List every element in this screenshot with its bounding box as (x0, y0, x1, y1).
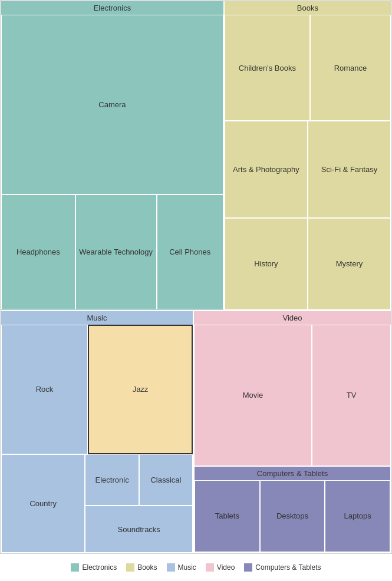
history-label: History (254, 259, 278, 268)
legend-books-label: Books (137, 563, 157, 572)
movie-cell[interactable]: Movie (194, 325, 312, 466)
soundtracks-cell[interactable]: Soundtracks (85, 506, 193, 553)
computers-items: Tablets Desktops Laptops (195, 480, 390, 552)
books-block: Books Children's Books Romance Arts & Ph… (224, 1, 391, 311)
computers-title: Computers & Tablets (195, 467, 390, 480)
row2: Music Rock Jazz Country Electronic (1, 311, 391, 553)
cellphones-label: Cell Phones (169, 247, 210, 256)
laptops-cell[interactable]: Laptops (325, 480, 390, 552)
books-row2: Arts & Photography Sci-Fi & Fantasy (225, 121, 391, 218)
tv-cell[interactable]: TV (312, 325, 391, 466)
books-row3: History Mystery (225, 218, 391, 310)
wearable-label: Wearable Technology (79, 247, 153, 256)
treemap-container: Electronics Camera Headphones Wearable T… (0, 0, 392, 554)
childrens-books-label: Children's Books (239, 64, 296, 72)
camera-label: Camera (98, 100, 126, 109)
classical-cell[interactable]: Classical (139, 454, 193, 506)
books-row1: Children's Books Romance (225, 15, 391, 121)
mystery-cell[interactable]: Mystery (308, 218, 391, 310)
country-label: Country (29, 499, 57, 508)
wearable-cell[interactable]: Wearable Technology (75, 194, 157, 309)
row1: Electronics Camera Headphones Wearable T… (1, 1, 391, 311)
legend-music: Music (167, 563, 196, 572)
legend-books: Books (126, 563, 157, 572)
legend-music-label: Music (178, 563, 196, 572)
legend-video-label: Video (217, 563, 235, 572)
tablets-label: Tablets (215, 511, 239, 520)
jazz-cell[interactable]: Jazz (88, 325, 193, 454)
jazz-label: Jazz (133, 385, 149, 394)
laptops-label: Laptops (344, 511, 371, 520)
video-top: Movie TV (194, 325, 391, 466)
childrens-books-cell[interactable]: Children's Books (225, 15, 310, 121)
music-middle-row: Electronic Classical (85, 454, 193, 506)
country-cell[interactable]: Country (1, 454, 85, 553)
electronics-bottom: Headphones Wearable Technology Cell Phon… (1, 194, 223, 309)
legend-books-color (126, 563, 134, 572)
desktops-label: Desktops (276, 511, 308, 520)
rock-cell[interactable]: Rock (1, 325, 88, 454)
mystery-label: Mystery (336, 259, 363, 268)
arts-label: Arts & Photography (233, 165, 299, 174)
romance-cell[interactable]: Romance (310, 15, 391, 121)
books-title: Books (225, 1, 391, 15)
scifi-cell[interactable]: Sci-Fi & Fantasy (308, 121, 391, 218)
legend-computers-color (244, 563, 252, 572)
music-block: Music Rock Jazz Country Electronic (1, 311, 193, 553)
scifi-label: Sci-Fi & Fantasy (321, 165, 377, 174)
camera-cell[interactable]: Camera (1, 15, 223, 194)
soundtracks-label: Soundtracks (118, 525, 160, 534)
romance-label: Romance (334, 64, 367, 72)
legend-video-color (206, 563, 214, 572)
legend-computers: Computers & Tablets (244, 563, 321, 572)
headphones-label: Headphones (17, 247, 60, 256)
computers-block: Computers & Tablets Tablets Desktops Lap… (194, 466, 391, 553)
legend-video: Video (206, 563, 235, 572)
music-bottom: Country Electronic Classical Soundtracks (1, 454, 193, 553)
classical-label: Classical (150, 476, 181, 484)
cellphones-cell[interactable]: Cell Phones (157, 194, 223, 309)
desktops-cell[interactable]: Desktops (260, 480, 325, 552)
history-cell[interactable]: History (225, 218, 308, 310)
legend-electronics-color (71, 563, 79, 572)
rock-label: Rock (36, 385, 54, 394)
arts-cell[interactable]: Arts & Photography (225, 121, 308, 218)
electronics-title: Electronics (1, 1, 223, 15)
electronic-label: Electronic (95, 476, 129, 484)
music-title: Music (1, 311, 193, 325)
video-title: Video (194, 311, 391, 325)
legend: Electronics Books Music Video Computers … (0, 554, 392, 581)
video-computers-block: Video Movie TV Computers & Tablets Table… (193, 311, 391, 553)
legend-music-color (167, 563, 175, 572)
legend-computers-label: Computers & Tablets (255, 563, 321, 572)
movie-label: Movie (243, 391, 263, 400)
legend-electronics-label: Electronics (82, 563, 117, 572)
electronics-block: Electronics Camera Headphones Wearable T… (1, 1, 224, 311)
music-top: Rock Jazz (1, 325, 193, 454)
music-bottom-right: Electronic Classical Soundtracks (85, 454, 193, 553)
electronic-cell[interactable]: Electronic (85, 454, 139, 506)
tv-label: TV (347, 391, 357, 400)
tablets-cell[interactable]: Tablets (195, 480, 260, 552)
headphones-cell[interactable]: Headphones (1, 194, 75, 309)
legend-electronics: Electronics (71, 563, 117, 572)
